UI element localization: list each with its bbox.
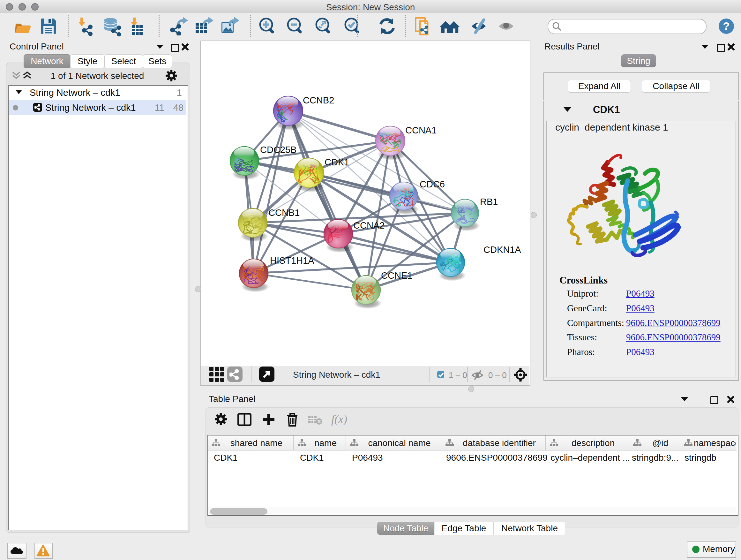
svg-text:CDK1: CDK1 [325,157,349,167]
svg-text:CCNE1: CCNE1 [381,270,412,281]
svg-text:RB1: RB1 [480,197,498,207]
svg-text:CDC25B: CDC25B [260,145,296,155]
svg-text:CCNB2: CCNB2 [303,95,334,105]
svg-text:CCNA1: CCNA1 [405,125,436,135]
svg-text:CDKN1A: CDKN1A [483,245,521,255]
svg-text:?: ? [723,20,730,32]
svg-text:HIST1H1A: HIST1H1A [270,255,314,266]
svg-text:CCNB1: CCNB1 [268,207,300,218]
svg-text:CCNA2: CCNA2 [353,220,385,231]
svg-text:CDC6: CDC6 [420,179,445,189]
